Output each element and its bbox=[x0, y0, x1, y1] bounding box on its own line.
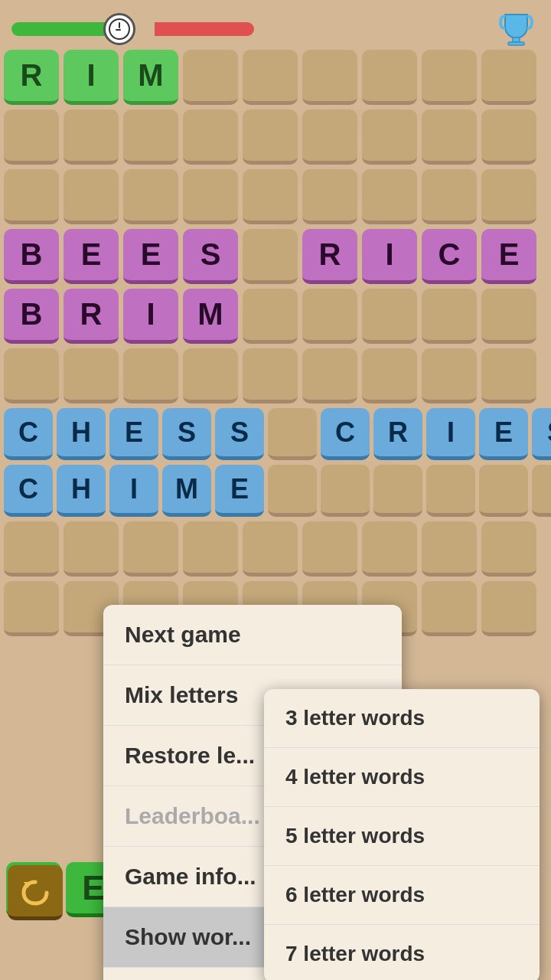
tile-blue[interactable]: I bbox=[426, 408, 475, 460]
tile-empty[interactable] bbox=[64, 348, 119, 403]
tile-empty[interactable] bbox=[362, 109, 417, 165]
tile-empty[interactable] bbox=[532, 465, 551, 517]
progress-bar bbox=[11, 21, 256, 38]
tile-empty[interactable] bbox=[373, 465, 422, 517]
tile-empty[interactable] bbox=[183, 109, 238, 165]
tile-blue[interactable]: E bbox=[109, 408, 158, 460]
tile-empty[interactable] bbox=[243, 229, 298, 284]
tile-empty[interactable] bbox=[362, 521, 417, 577]
tile-empty[interactable] bbox=[4, 169, 59, 224]
tile-green[interactable]: M bbox=[123, 50, 178, 105]
tile-purple[interactable]: I bbox=[123, 289, 178, 344]
tile-empty[interactable] bbox=[4, 348, 59, 403]
tile-empty[interactable] bbox=[481, 348, 536, 403]
tile-empty[interactable] bbox=[183, 50, 238, 105]
tile-purple[interactable]: R bbox=[64, 289, 119, 344]
tile-blue[interactable]: M bbox=[162, 465, 211, 517]
tile-empty[interactable] bbox=[481, 581, 536, 636]
tile-empty[interactable] bbox=[481, 50, 536, 105]
tile-empty[interactable] bbox=[123, 348, 178, 403]
tile-empty[interactable] bbox=[481, 109, 536, 165]
tile-purple[interactable]: I bbox=[362, 229, 417, 284]
tile-purple[interactable]: R bbox=[302, 229, 357, 284]
score-container bbox=[499, 11, 540, 46]
tile-empty[interactable] bbox=[268, 408, 317, 460]
tile-empty[interactable] bbox=[123, 169, 178, 224]
tile-blue[interactable]: E bbox=[215, 465, 264, 517]
tile-empty[interactable] bbox=[481, 521, 536, 577]
tile-purple[interactable]: E bbox=[481, 229, 536, 284]
tile-empty[interactable] bbox=[302, 169, 357, 224]
tile-empty[interactable] bbox=[481, 169, 536, 224]
tile-empty[interactable] bbox=[362, 289, 417, 344]
tile-empty[interactable] bbox=[243, 50, 298, 105]
tile-empty[interactable] bbox=[4, 521, 59, 577]
tile-purple[interactable]: B bbox=[4, 289, 59, 344]
tile-empty[interactable] bbox=[64, 109, 119, 165]
tile-blue[interactable]: R bbox=[373, 408, 422, 460]
grid-row: RIM bbox=[4, 50, 547, 105]
tile-empty[interactable] bbox=[422, 521, 477, 577]
tile-purple[interactable]: E bbox=[64, 229, 119, 284]
tile-blue[interactable]: H bbox=[57, 465, 106, 517]
submenu-item-3[interactable]: 6 letter words bbox=[264, 866, 540, 925]
tile-green[interactable]: R bbox=[4, 50, 59, 105]
tile-empty[interactable] bbox=[243, 109, 298, 165]
tile-empty[interactable] bbox=[362, 348, 417, 403]
tile-empty[interactable] bbox=[479, 465, 528, 517]
tile-empty[interactable] bbox=[422, 348, 477, 403]
sub-menu: 3 letter words4 letter words5 letter wor… bbox=[264, 689, 540, 980]
tile-empty[interactable] bbox=[123, 109, 178, 165]
tile-purple[interactable]: B bbox=[4, 229, 59, 284]
submenu-item-2[interactable]: 5 letter words bbox=[264, 807, 540, 866]
tile-empty[interactable] bbox=[362, 50, 417, 105]
submenu-item-1[interactable]: 4 letter words bbox=[264, 748, 540, 807]
tile-empty[interactable] bbox=[123, 521, 178, 577]
tile-empty[interactable] bbox=[4, 581, 59, 636]
tile-empty[interactable] bbox=[426, 465, 475, 517]
tile-empty[interactable] bbox=[64, 521, 119, 577]
tile-empty[interactable] bbox=[302, 521, 357, 577]
menu-item-0[interactable]: Next game bbox=[103, 605, 402, 665]
tile-empty[interactable] bbox=[422, 109, 477, 165]
tile-purple[interactable]: M bbox=[183, 289, 238, 344]
tile-purple[interactable]: S bbox=[183, 229, 238, 284]
tile-empty[interactable] bbox=[183, 348, 238, 403]
tile-empty[interactable] bbox=[422, 169, 477, 224]
tile-blue[interactable]: S bbox=[532, 408, 551, 460]
tile-empty[interactable] bbox=[302, 109, 357, 165]
tile-blue[interactable]: C bbox=[321, 408, 370, 460]
tile-empty[interactable] bbox=[422, 289, 477, 344]
tile-blue[interactable]: S bbox=[162, 408, 211, 460]
tile-empty[interactable] bbox=[268, 465, 317, 517]
tile-empty[interactable] bbox=[422, 581, 477, 636]
tile-empty[interactable] bbox=[302, 50, 357, 105]
tile-empty[interactable] bbox=[183, 521, 238, 577]
tile-empty[interactable] bbox=[64, 169, 119, 224]
tile-purple[interactable]: C bbox=[422, 229, 477, 284]
tile-empty[interactable] bbox=[302, 348, 357, 403]
tile-blue[interactable]: C bbox=[4, 465, 53, 517]
tile-blue[interactable]: S bbox=[215, 408, 264, 460]
tile-purple[interactable]: E bbox=[123, 229, 178, 284]
submenu-item-0[interactable]: 3 letter words bbox=[264, 689, 540, 748]
tile-empty[interactable] bbox=[422, 50, 477, 105]
tile-empty[interactable] bbox=[183, 169, 238, 224]
tile-empty[interactable] bbox=[243, 521, 298, 577]
tile-empty[interactable] bbox=[362, 169, 417, 224]
tile-empty[interactable] bbox=[243, 348, 298, 403]
tile-green[interactable]: I bbox=[64, 50, 119, 105]
submenu-item-4[interactable]: 7 letter words bbox=[264, 925, 540, 980]
tile-empty[interactable] bbox=[481, 289, 536, 344]
tile-empty[interactable] bbox=[243, 289, 298, 344]
tile-blue[interactable]: C bbox=[4, 408, 53, 460]
tile-blue[interactable]: E bbox=[479, 408, 528, 460]
tile-blue[interactable]: H bbox=[57, 408, 106, 460]
undo-button[interactable] bbox=[8, 865, 63, 920]
tile-blue[interactable]: I bbox=[109, 465, 158, 517]
tile-empty[interactable] bbox=[302, 289, 357, 344]
clock-icon bbox=[103, 13, 135, 45]
tile-empty[interactable] bbox=[243, 169, 298, 224]
tile-empty[interactable] bbox=[4, 109, 59, 165]
tile-empty[interactable] bbox=[321, 465, 370, 517]
